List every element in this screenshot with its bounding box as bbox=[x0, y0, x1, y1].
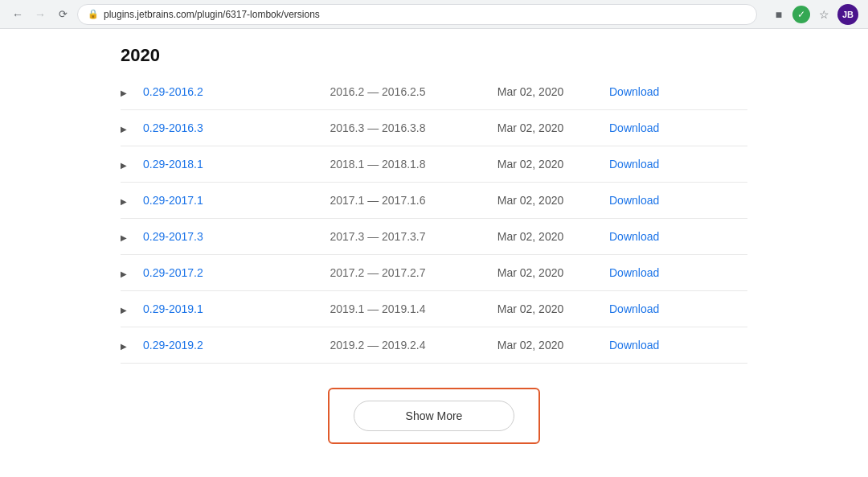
reload-button[interactable]: ⟳ bbox=[55, 6, 71, 23]
ide-range-cell: 2018.1 — 2018.1.8 bbox=[297, 146, 458, 183]
download-cell: Download bbox=[603, 146, 747, 183]
expand-arrow[interactable]: ▶ bbox=[121, 342, 127, 351]
date-cell: Mar 02, 2020 bbox=[458, 219, 603, 255]
ide-range-cell: 2017.2 — 2017.2.7 bbox=[297, 255, 458, 291]
version-cell: 0.29-2019.1 bbox=[137, 291, 297, 327]
version-link[interactable]: 0.29-2016.3 bbox=[143, 121, 203, 134]
version-link[interactable]: 0.29-2018.1 bbox=[143, 158, 203, 171]
download-cell: Download bbox=[603, 255, 747, 291]
expand-arrow[interactable]: ▶ bbox=[121, 161, 127, 170]
ide-range-cell: 2016.2 — 2016.2.5 bbox=[297, 74, 458, 110]
lock-icon: 🔒 bbox=[88, 9, 99, 19]
page-content: 2020 ▶ 0.29-2016.2 2016.2 — 2016.2.5 Mar… bbox=[88, 29, 780, 477]
url-text: plugins.jetbrains.com/plugin/6317-lombok… bbox=[104, 9, 320, 20]
show-more-button[interactable]: Show More bbox=[354, 401, 514, 431]
download-cell: Download bbox=[603, 219, 747, 255]
download-link[interactable]: Download bbox=[609, 266, 659, 279]
download-link[interactable]: Download bbox=[609, 230, 659, 243]
expand-arrow[interactable]: ▶ bbox=[121, 125, 127, 134]
download-cell: Download bbox=[603, 327, 747, 364]
table-row: ▶ 0.29-2017.2 2017.2 — 2017.2.7 Mar 02, … bbox=[121, 255, 747, 291]
expand-cell: ▶ bbox=[121, 219, 137, 255]
expand-cell: ▶ bbox=[121, 110, 137, 146]
security-badge: ✓ bbox=[792, 6, 810, 23]
profile-button[interactable]: JB bbox=[837, 4, 858, 25]
address-bar[interactable]: 🔒 plugins.jetbrains.com/plugin/6317-lomb… bbox=[77, 4, 757, 25]
expand-cell: ▶ bbox=[121, 74, 137, 110]
table-row: ▶ 0.29-2017.3 2017.3 — 2017.3.7 Mar 02, … bbox=[121, 219, 747, 255]
version-cell: 0.29-2016.2 bbox=[137, 74, 297, 110]
ide-range-cell: 2016.3 — 2016.3.8 bbox=[297, 110, 458, 146]
expand-arrow[interactable]: ▶ bbox=[121, 233, 127, 242]
version-link[interactable]: 0.29-2017.1 bbox=[143, 194, 203, 207]
version-link[interactable]: 0.29-2017.2 bbox=[143, 266, 203, 279]
version-cell: 0.29-2016.3 bbox=[137, 110, 297, 146]
download-cell: Download bbox=[603, 74, 747, 110]
expand-cell: ▶ bbox=[121, 255, 137, 291]
date-cell: Mar 02, 2020 bbox=[458, 255, 603, 291]
table-row: ▶ 0.29-2019.2 2019.2 — 2019.2.4 Mar 02, … bbox=[121, 327, 747, 364]
bookmark-button[interactable]: ☆ bbox=[815, 6, 833, 23]
date-cell: Mar 02, 2020 bbox=[458, 183, 603, 219]
ide-range-cell: 2019.1 — 2019.1.4 bbox=[297, 291, 458, 327]
download-cell: Download bbox=[603, 291, 747, 327]
expand-cell: ▶ bbox=[121, 327, 137, 364]
download-link[interactable]: Download bbox=[609, 302, 659, 315]
date-cell: Mar 02, 2020 bbox=[458, 110, 603, 146]
ide-range-cell: 2017.1 — 2017.1.6 bbox=[297, 183, 458, 219]
download-cell: Download bbox=[603, 110, 747, 146]
expand-cell: ▶ bbox=[121, 183, 137, 219]
back-button[interactable]: ← bbox=[10, 6, 26, 23]
browser-actions: ■ ✓ ☆ JB bbox=[770, 4, 858, 25]
expand-cell: ▶ bbox=[121, 146, 137, 183]
version-link[interactable]: 0.29-2016.2 bbox=[143, 85, 203, 98]
browser-chrome: ← → ⟳ 🔒 plugins.jetbrains.com/plugin/631… bbox=[0, 0, 868, 29]
expand-arrow[interactable]: ▶ bbox=[121, 88, 127, 97]
table-row: ▶ 0.29-2017.1 2017.1 — 2017.1.6 Mar 02, … bbox=[121, 183, 747, 219]
download-link[interactable]: Download bbox=[609, 339, 659, 352]
year-heading: 2020 bbox=[121, 45, 747, 66]
version-link[interactable]: 0.29-2017.3 bbox=[143, 230, 203, 243]
table-row: ▶ 0.29-2016.2 2016.2 — 2016.2.5 Mar 02, … bbox=[121, 74, 747, 110]
download-link[interactable]: Download bbox=[609, 85, 659, 98]
version-cell: 0.29-2017.3 bbox=[137, 219, 297, 255]
expand-arrow[interactable]: ▶ bbox=[121, 197, 127, 206]
download-cell: Download bbox=[603, 183, 747, 219]
version-link[interactable]: 0.29-2019.2 bbox=[143, 339, 203, 352]
expand-arrow[interactable]: ▶ bbox=[121, 306, 127, 315]
extensions-button[interactable]: ■ bbox=[770, 6, 788, 23]
show-more-wrapper: Show More bbox=[328, 388, 540, 444]
table-row: ▶ 0.29-2016.3 2016.3 — 2016.3.8 Mar 02, … bbox=[121, 110, 747, 146]
download-link[interactable]: Download bbox=[609, 121, 659, 134]
ide-range-cell: 2019.2 — 2019.2.4 bbox=[297, 327, 458, 364]
version-cell: 0.29-2019.2 bbox=[137, 327, 297, 364]
versions-table: ▶ 0.29-2016.2 2016.2 — 2016.2.5 Mar 02, … bbox=[121, 74, 747, 364]
version-cell: 0.29-2018.1 bbox=[137, 146, 297, 183]
ide-range-cell: 2017.3 — 2017.3.7 bbox=[297, 219, 458, 255]
version-link[interactable]: 0.29-2019.1 bbox=[143, 302, 203, 315]
expand-cell: ▶ bbox=[121, 291, 137, 327]
date-cell: Mar 02, 2020 bbox=[458, 146, 603, 183]
forward-button[interactable]: → bbox=[32, 6, 48, 23]
version-cell: 0.29-2017.1 bbox=[137, 183, 297, 219]
table-row: ▶ 0.29-2018.1 2018.1 — 2018.1.8 Mar 02, … bbox=[121, 146, 747, 183]
date-cell: Mar 02, 2020 bbox=[458, 291, 603, 327]
show-more-container: Show More bbox=[121, 388, 747, 444]
download-link[interactable]: Download bbox=[609, 194, 659, 207]
table-row: ▶ 0.29-2019.1 2019.1 — 2019.1.4 Mar 02, … bbox=[121, 291, 747, 327]
download-link[interactable]: Download bbox=[609, 158, 659, 171]
date-cell: Mar 02, 2020 bbox=[458, 74, 603, 110]
expand-arrow[interactable]: ▶ bbox=[121, 269, 127, 278]
date-cell: Mar 02, 2020 bbox=[458, 327, 603, 364]
version-cell: 0.29-2017.2 bbox=[137, 255, 297, 291]
